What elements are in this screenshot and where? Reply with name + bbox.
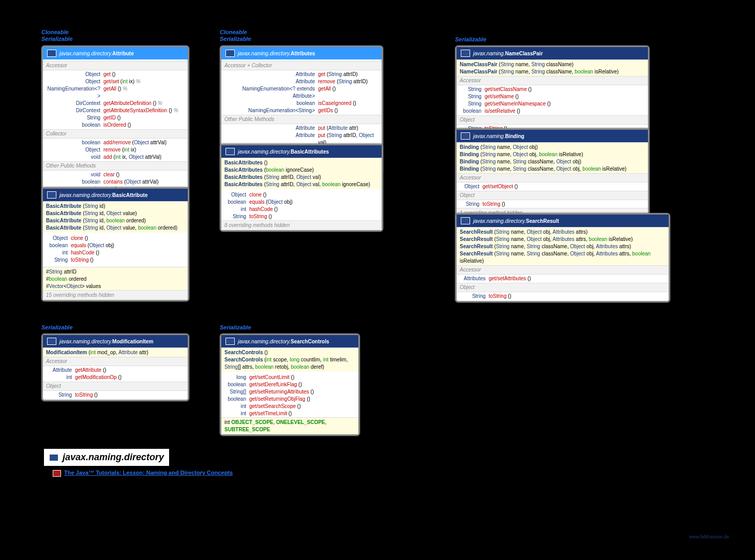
method-row: booleanadd/remove (Object attrVal): [46, 139, 185, 146]
iface-serializable: Serializable: [220, 324, 251, 330]
card-searchresult: javax.naming.directory.SearchResult Sear…: [455, 213, 670, 302]
method-row: booleanisOrdered (): [46, 122, 185, 129]
section-label: Object: [457, 283, 669, 292]
tutorial-link[interactable]: The Java™ Tutorials: Lesson: Naming and …: [53, 470, 233, 477]
section-label: Collector: [43, 129, 188, 139]
section-label: Accessor + Collector: [221, 61, 382, 70]
card-header: javax.naming.directory.Attributes: [221, 47, 382, 59]
iface-cloneable: Cloneable: [220, 29, 251, 35]
method-row: Objectclone (): [224, 191, 379, 199]
constructor-row: SearchResult (String name, Object obj, A…: [460, 229, 666, 236]
section-label: Other Public Methods: [221, 115, 382, 124]
constructor-row: BasicAttributes (String attrID, Object v…: [224, 174, 379, 181]
method-row: booleanis/setRelative (): [460, 108, 645, 115]
method-row: StringtoString (): [46, 391, 185, 399]
constructors: NameClassPair (String name, String class…: [457, 59, 648, 77]
method-row: Objectclone (): [46, 235, 185, 242]
method-row: longget/setCountLimit (): [224, 374, 355, 381]
iface-serializable: Serializable: [41, 324, 73, 330]
card-body: BasicAttribute (String id)BasicAttribute…: [43, 201, 188, 300]
section-label: Object: [43, 382, 188, 391]
iface-serializable: Serializable: [41, 36, 73, 42]
card-header: javax.naming.NameClassPair: [457, 47, 648, 59]
method-row: voidclear (): [46, 171, 185, 178]
constructor-row: Binding (String name, String className, …: [460, 158, 645, 165]
card-basicattributes: javax.naming.directory.BasicAttributes B…: [220, 144, 383, 232]
constructor-row: SearchResult (String name, String classN…: [460, 243, 666, 250]
card-body: BasicAttributes ()BasicAttributes (boole…: [221, 158, 382, 230]
method-row: booleanget/setDerefLinkFlag (): [224, 381, 355, 388]
method-row: Attributeremove (String attrID): [224, 78, 379, 85]
section-label: Accessor: [457, 76, 648, 85]
card-searchcontrols: javax.naming.directory.SearchControls Se…: [220, 334, 360, 436]
constructor-row: SearchControls (): [224, 349, 355, 356]
method-row: inthashCode (): [46, 249, 185, 256]
method-row: Attributeput (Attribute attr): [224, 125, 379, 132]
card-binding: javax.naming.Binding Binding (String nam…: [455, 128, 650, 219]
method-row: DirContextgetAttributeDefinition () %: [46, 100, 185, 107]
method-row: Attributesget/setAttributes (): [460, 275, 666, 282]
card-header: javax.naming.directory.SearchResult: [457, 215, 669, 227]
oracle-icon: [53, 470, 61, 477]
watermark: www.falkhausen.de: [689, 534, 729, 539]
interfaces: Cloneable Serializable: [220, 29, 251, 42]
card-header: javax.naming.directory.BasicAttribute: [43, 189, 188, 201]
constructors: ModificationItem (int mod_op, Attribute …: [43, 347, 188, 357]
section-label: Accessor: [43, 61, 188, 70]
constructor-row: BasicAttributes (boolean ignoreCase): [224, 167, 379, 174]
class-icon: [461, 50, 470, 57]
method-row: booleanget/setReturningObjFlag (): [224, 396, 355, 403]
constructor-row: BasicAttribute (String id, Object value,…: [46, 224, 185, 232]
card-body: NameClassPair (String name, String class…: [457, 59, 648, 133]
method-row: Objectget (): [46, 71, 185, 78]
method-row: String[]get/setReturningAttributes (): [224, 388, 355, 396]
section-label: Accessor: [457, 265, 669, 275]
interfaces: Serializable: [220, 324, 251, 331]
constructor-row: Binding (String name, Object obj, boolea…: [460, 151, 645, 158]
section-label: Accessor: [43, 357, 188, 366]
hidden-note: 8 overriding methods hidden: [221, 220, 382, 230]
uml-diagram: Cloneable Serializable javax.naming.dire…: [16, 16, 739, 544]
package-title: javax.naming.directory: [44, 449, 169, 466]
method-row: NamingEnumeration<String>getIDs (): [224, 107, 379, 114]
constructor-row: Binding (String name, String className, …: [460, 165, 645, 173]
method-row: Objectget/set (int ix) %: [46, 78, 185, 85]
iface-cloneable: Cloneable: [41, 29, 73, 35]
fields: #String attrID#boolean ordered#Vector<Ob…: [43, 267, 188, 291]
method-row: AttributegetAttribute (): [46, 367, 185, 374]
method-row: StringtoString (): [460, 293, 666, 300]
card-body: SearchControls ()SearchControls (int sco…: [221, 347, 358, 434]
method-row: voidadd (int ix, Object attrVal): [46, 154, 185, 161]
method-row: inthashCode (): [224, 206, 379, 213]
method-row: StringtoString (): [224, 213, 379, 220]
constructor-row: SearchResult (String name, String classN…: [460, 250, 666, 265]
method-row: NamingEnumeration<?>getAll () %: [46, 85, 185, 100]
constructor-row: String[] attrs, boolean retobj, boolean …: [224, 364, 355, 371]
constants: int OBJECT_SCOPE, ONELEVEL_SCOPE, SUBTRE…: [221, 417, 358, 434]
package-icon: [49, 454, 58, 461]
section-label: Object: [457, 191, 648, 200]
card-body: ModificationItem (int mod_op, Attribute …: [43, 347, 188, 400]
method-row: Stringget/setClassName (): [460, 86, 645, 93]
constructor-row: Binding (String name, Object obj): [460, 144, 645, 151]
constructors: BasicAttribute (String id)BasicAttribute…: [43, 201, 188, 233]
card-body: Binding (String name, Object obj)Binding…: [457, 142, 648, 218]
constructor-row: NameClassPair (String name, String class…: [460, 68, 645, 75]
section-label: Object: [457, 115, 648, 125]
constructor-row: SearchResult (String name, Object obj, A…: [460, 236, 666, 243]
method-row: Stringget/setName (): [460, 93, 645, 100]
method-row: Objectremove (int ix): [46, 146, 185, 154]
constructor-row: BasicAttributes (String attrID, Object v…: [224, 181, 379, 188]
method-row: Objectget/setObject (): [460, 183, 645, 190]
iface-serializable: Serializable: [220, 36, 251, 42]
class-icon: [225, 148, 235, 155]
interface-icon: [225, 50, 235, 57]
card-header: javax.naming.directory.Attribute: [43, 47, 188, 59]
section-label: Other Public Methods: [43, 161, 188, 171]
section-label: Accessor: [457, 173, 648, 183]
interfaces: Serializable: [455, 36, 487, 43]
interfaces: Serializable: [41, 324, 73, 331]
constructor-row: ModificationItem (int mod_op, Attribute …: [46, 349, 185, 356]
method-row: booleanequals (Object obj): [224, 199, 379, 206]
constructor-row: BasicAttributes (): [224, 159, 379, 167]
